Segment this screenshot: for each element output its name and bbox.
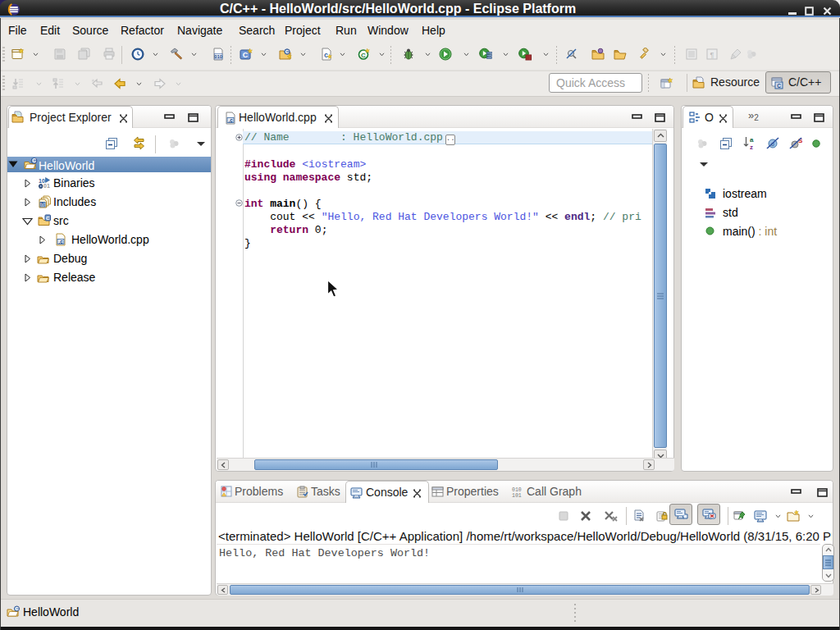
- svg-text:h: h: [41, 201, 44, 207]
- svg-text:C: C: [243, 51, 249, 59]
- svg-text:C: C: [361, 52, 366, 59]
- svg-text:010: 010: [512, 487, 522, 493]
- svg-text:.c: .c: [228, 117, 233, 123]
- svg-text:C: C: [46, 216, 50, 221]
- svg-text:¶: ¶: [710, 51, 714, 59]
- svg-text:a: a: [750, 136, 754, 144]
- svg-text:.c: .c: [58, 239, 63, 244]
- svg-text:010: 010: [214, 54, 223, 59]
- svg-text:101: 101: [512, 493, 522, 499]
- svg-text:01: 01: [43, 183, 50, 189]
- svg-text:c: c: [324, 51, 328, 59]
- svg-text:C: C: [285, 49, 290, 54]
- svg-text:C: C: [32, 158, 36, 163]
- svg-text:z: z: [750, 144, 753, 150]
- svg-text:C: C: [15, 606, 19, 611]
- svg-text:C: C: [777, 83, 781, 89]
